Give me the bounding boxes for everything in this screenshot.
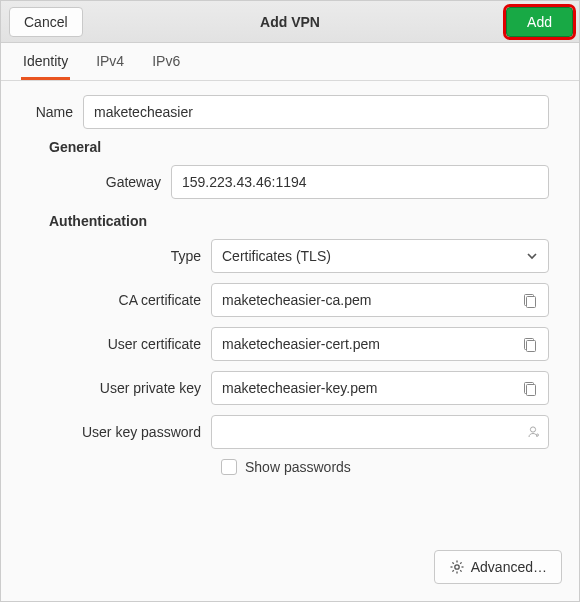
show-passwords-row: Show passwords xyxy=(221,459,549,475)
svg-line-13 xyxy=(452,562,453,563)
ca-cert-value: maketecheasier-ca.pem xyxy=(222,292,371,308)
password-store-icon[interactable] xyxy=(525,424,541,440)
svg-rect-1 xyxy=(527,297,536,308)
gateway-row: Gateway xyxy=(31,165,549,199)
type-row: Type Certificates (TLS) xyxy=(31,239,549,273)
show-passwords-label: Show passwords xyxy=(245,459,351,475)
user-cert-row: User certificate maketecheasier-cert.pem xyxy=(31,327,549,361)
svg-line-15 xyxy=(460,562,461,563)
advanced-button[interactable]: Advanced… xyxy=(434,550,562,584)
gear-icon xyxy=(449,559,465,575)
gateway-input[interactable] xyxy=(171,165,549,199)
user-cert-label: User certificate xyxy=(71,336,201,352)
user-key-row: User private key maketecheasier-key.pem xyxy=(31,371,549,405)
folder-icon xyxy=(522,380,538,396)
type-value: Certificates (TLS) xyxy=(222,248,331,264)
user-cert-chooser[interactable]: maketecheasier-cert.pem xyxy=(211,327,549,361)
user-key-password-label: User key password xyxy=(71,424,201,440)
dialog-title: Add VPN xyxy=(1,14,579,30)
name-input[interactable] xyxy=(83,95,549,129)
svg-line-16 xyxy=(452,570,453,571)
name-row: Name xyxy=(31,95,549,129)
authentication-heading: Authentication xyxy=(49,213,549,229)
type-select[interactable]: Certificates (TLS) xyxy=(211,239,549,273)
svg-rect-3 xyxy=(527,341,536,352)
ca-cert-row: CA certificate maketecheasier-ca.pem xyxy=(31,283,549,317)
name-label: Name xyxy=(31,104,73,120)
type-label: Type xyxy=(71,248,201,264)
general-heading: General xyxy=(49,139,549,155)
svg-rect-5 xyxy=(527,385,536,396)
gateway-label: Gateway xyxy=(71,174,161,190)
svg-point-7 xyxy=(537,434,539,436)
svg-point-6 xyxy=(530,427,535,432)
identity-pane: Name General Gateway Authentication Type… xyxy=(1,81,579,479)
ca-cert-chooser[interactable]: maketecheasier-ca.pem xyxy=(211,283,549,317)
folder-icon xyxy=(522,292,538,308)
tab-identity[interactable]: Identity xyxy=(21,43,70,80)
svg-point-8 xyxy=(455,565,459,569)
chevron-down-icon xyxy=(526,250,538,262)
tab-ipv6[interactable]: IPv6 xyxy=(150,43,182,80)
add-button[interactable]: Add xyxy=(506,7,573,37)
user-key-password-row: User key password xyxy=(31,415,549,449)
titlebar: Cancel Add VPN Add xyxy=(1,1,579,43)
show-passwords-checkbox[interactable] xyxy=(221,459,237,475)
advanced-label: Advanced… xyxy=(471,559,547,575)
user-key-value: maketecheasier-key.pem xyxy=(222,380,377,396)
folder-icon xyxy=(522,336,538,352)
user-key-chooser[interactable]: maketecheasier-key.pem xyxy=(211,371,549,405)
user-cert-value: maketecheasier-cert.pem xyxy=(222,336,380,352)
user-key-label: User private key xyxy=(71,380,201,396)
tab-bar: Identity IPv4 IPv6 xyxy=(1,43,579,81)
cancel-button[interactable]: Cancel xyxy=(9,7,83,37)
svg-line-14 xyxy=(460,570,461,571)
footer: Advanced… xyxy=(434,550,562,584)
user-key-password-input[interactable] xyxy=(211,415,549,449)
tab-ipv4[interactable]: IPv4 xyxy=(94,43,126,80)
ca-cert-label: CA certificate xyxy=(71,292,201,308)
